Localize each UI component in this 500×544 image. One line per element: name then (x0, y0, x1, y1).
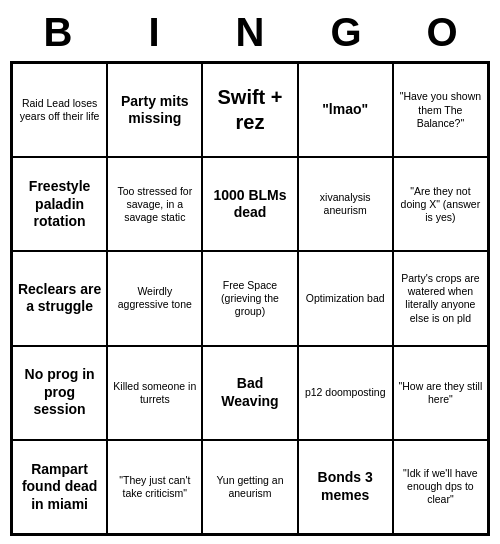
cell-9[interactable]: "Are they not doing X" (answer is yes) (393, 157, 488, 251)
cell-0[interactable]: Raid Lead loses years off their life (12, 63, 107, 157)
cell-2[interactable]: Swift + rez (202, 63, 297, 157)
cell-7[interactable]: 1000 BLMs dead (202, 157, 297, 251)
cell-6[interactable]: Too stressed for savage, in a savage sta… (107, 157, 202, 251)
cell-4[interactable]: "Have you shown them The Balance?" (393, 63, 488, 157)
bingo-letter-b: B (14, 10, 102, 55)
bingo-letter-g: G (302, 10, 390, 55)
cell-21[interactable]: "They just can't take criticism" (107, 440, 202, 534)
cell-13[interactable]: Optimization bad (298, 251, 393, 345)
bingo-letter-n: N (206, 10, 294, 55)
bingo-letter-i: I (110, 10, 198, 55)
bingo-letter-o: O (398, 10, 486, 55)
cell-24[interactable]: "Idk if we'll have enough dps to clear" (393, 440, 488, 534)
cell-5[interactable]: Freestyle paladin rotation (12, 157, 107, 251)
cell-17[interactable]: Bad Weaving (202, 346, 297, 440)
bingo-title: BINGO (10, 0, 490, 61)
cell-12[interactable]: Free Space (grieving the group) (202, 251, 297, 345)
cell-22[interactable]: Yun getting an aneurism (202, 440, 297, 534)
cell-3[interactable]: "lmao" (298, 63, 393, 157)
cell-8[interactable]: xivanalysis aneurism (298, 157, 393, 251)
bingo-grid: Raid Lead loses years off their lifePart… (10, 61, 490, 536)
cell-19[interactable]: "How are they still here" (393, 346, 488, 440)
cell-23[interactable]: Bonds 3 memes (298, 440, 393, 534)
cell-10[interactable]: Reclears are a struggle (12, 251, 107, 345)
cell-15[interactable]: No prog in prog session (12, 346, 107, 440)
cell-11[interactable]: Weirdly aggressive tone (107, 251, 202, 345)
cell-1[interactable]: Party mits missing (107, 63, 202, 157)
cell-20[interactable]: Rampart found dead in miami (12, 440, 107, 534)
cell-18[interactable]: p12 doomposting (298, 346, 393, 440)
cell-16[interactable]: Killed someone in turrets (107, 346, 202, 440)
cell-14[interactable]: Party's crops are watered when literally… (393, 251, 488, 345)
